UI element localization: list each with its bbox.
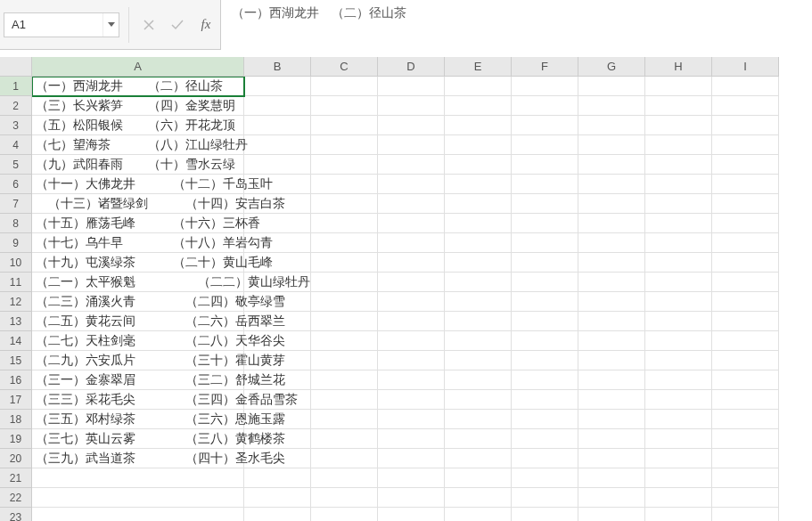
cell-E18[interactable] [445,410,512,429]
cell-A15[interactable]: （二九）六安瓜片 （三十）霍山黄芽 [32,351,244,370]
cell-C5[interactable] [311,155,378,175]
cell-G22[interactable] [578,488,645,508]
cell-A17[interactable]: （三三）采花毛尖 （三四）金香品雪茶 [32,390,244,410]
cell-E4[interactable] [445,135,512,155]
cell-F5[interactable] [512,155,578,175]
cell-D9[interactable] [378,233,445,253]
cell-B16[interactable] [244,370,311,390]
cell-C4[interactable] [311,135,378,155]
row-header-1[interactable]: 1 [0,77,32,96]
cell-G20[interactable] [578,449,645,468]
cell-B4[interactable] [244,135,311,155]
cell-E16[interactable] [445,370,512,390]
cell-A6[interactable]: （十一）大佛龙井 （十二）千岛玉叶 [32,175,244,194]
cell-A18[interactable]: （三五）邓村绿茶 （三六）恩施玉露 [32,410,244,429]
cell-G3[interactable] [578,116,645,135]
cell-H7[interactable] [645,194,712,214]
cell-B14[interactable] [244,331,311,351]
cell-A16[interactable]: （三一）金寨翠眉 （三二）舒城兰花 [32,370,244,390]
cell-G9[interactable] [578,233,645,253]
cell-H15[interactable] [645,351,712,370]
name-box-dropdown-icon[interactable] [103,13,119,37]
cell-A10[interactable]: （十九）屯溪绿茶 （二十）黄山毛峰 [32,253,244,273]
cell-E11[interactable] [445,273,512,292]
cell-F18[interactable] [512,410,578,429]
row-header-11[interactable]: 11 [0,273,32,292]
row-header-9[interactable]: 9 [0,233,32,253]
cell-D20[interactable] [378,449,445,468]
cell-G23[interactable] [578,508,645,521]
cell-H3[interactable] [645,116,712,135]
cell-F13[interactable] [512,312,578,331]
cell-B15[interactable] [244,351,311,370]
row-header-7[interactable]: 7 [0,194,32,214]
cell-I2[interactable] [712,96,779,116]
cell-B11[interactable] [244,273,311,292]
column-header-F[interactable]: F [512,57,578,77]
cell-I7[interactable] [712,194,779,214]
cell-F12[interactable] [512,292,578,312]
cell-F17[interactable] [512,390,578,410]
name-box[interactable]: A1 [4,12,119,37]
cell-A8[interactable]: （十五）雁荡毛峰 （十六）三杯香 [32,214,244,233]
cell-F10[interactable] [512,253,578,273]
cell-D16[interactable] [378,370,445,390]
cell-D18[interactable] [378,410,445,429]
cell-C22[interactable] [311,488,378,508]
cell-G10[interactable] [578,253,645,273]
cell-H5[interactable] [645,155,712,175]
cell-A21[interactable] [32,468,244,488]
column-header-C[interactable]: C [311,57,378,77]
cell-A5[interactable]: （九）武阳春雨 （十）雪水云绿 [32,155,244,175]
cell-I21[interactable] [712,468,779,488]
cell-A19[interactable]: （三七）英山云雾 （三八）黄鹤楼茶 [32,429,244,449]
cell-E2[interactable] [445,96,512,116]
cell-D7[interactable] [378,194,445,214]
cell-G7[interactable] [578,194,645,214]
cell-H16[interactable] [645,370,712,390]
cell-A14[interactable]: （二七）天柱剑毫 （二八）天华谷尖 [32,331,244,351]
cell-B6[interactable] [244,175,311,194]
cell-F6[interactable] [512,175,578,194]
cell-C17[interactable] [311,390,378,410]
cell-H2[interactable] [645,96,712,116]
cell-B13[interactable] [244,312,311,331]
row-header-20[interactable]: 20 [0,449,32,468]
cell-D5[interactable] [378,155,445,175]
cell-I19[interactable] [712,429,779,449]
row-header-6[interactable]: 6 [0,175,32,194]
row-header-22[interactable]: 22 [0,488,32,508]
row-header-5[interactable]: 5 [0,155,32,175]
row-header-14[interactable]: 14 [0,331,32,351]
cell-D12[interactable] [378,292,445,312]
column-header-G[interactable]: G [578,57,645,77]
cell-D15[interactable] [378,351,445,370]
cell-C13[interactable] [311,312,378,331]
cell-B10[interactable] [244,253,311,273]
cell-C20[interactable] [311,449,378,468]
cell-I15[interactable] [712,351,779,370]
cell-G18[interactable] [578,410,645,429]
cell-G14[interactable] [578,331,645,351]
cell-I3[interactable] [712,116,779,135]
cell-D1[interactable] [378,77,445,96]
row-header-8[interactable]: 8 [0,214,32,233]
cell-C14[interactable] [311,331,378,351]
cell-E5[interactable] [445,155,512,175]
cell-I8[interactable] [712,214,779,233]
cell-B23[interactable] [244,508,311,521]
cell-E13[interactable] [445,312,512,331]
cell-F4[interactable] [512,135,578,155]
cell-C18[interactable] [311,410,378,429]
cell-C12[interactable] [311,292,378,312]
cell-F3[interactable] [512,116,578,135]
cell-I18[interactable] [712,410,779,429]
cell-A12[interactable]: （二三）涌溪火青 （二四）敬亭绿雪 [32,292,244,312]
cell-F7[interactable] [512,194,578,214]
cell-G17[interactable] [578,390,645,410]
cell-C11[interactable] [311,273,378,292]
cell-F16[interactable] [512,370,578,390]
cell-G19[interactable] [578,429,645,449]
cell-G12[interactable] [578,292,645,312]
row-header-15[interactable]: 15 [0,351,32,370]
